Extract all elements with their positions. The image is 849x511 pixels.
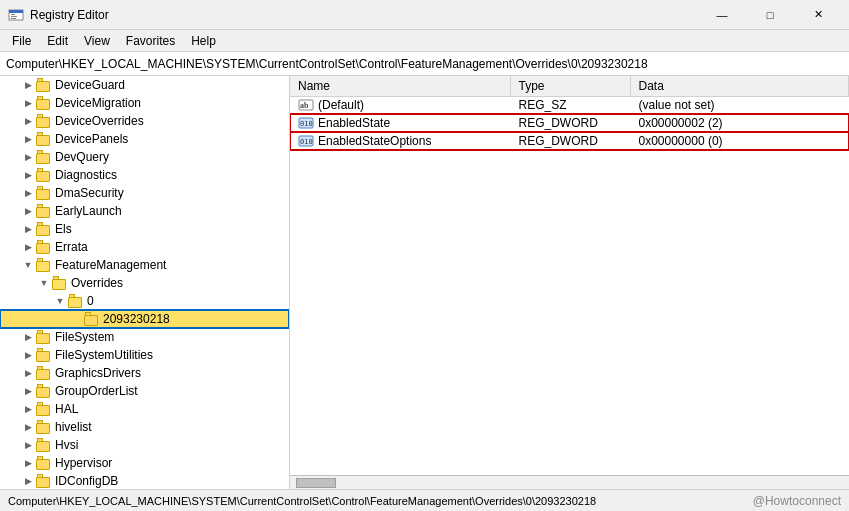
tree-label-dmasecurity: DmaSecurity bbox=[55, 186, 124, 200]
menu-edit[interactable]: Edit bbox=[39, 32, 76, 50]
window-controls: — □ ✕ bbox=[699, 0, 841, 30]
tree-item-devquery[interactable]: ▶ DevQuery bbox=[0, 148, 289, 166]
expander-diagnostics[interactable]: ▶ bbox=[20, 167, 36, 183]
right-pane-hscroll-thumb[interactable] bbox=[296, 478, 336, 488]
tree-item-deviceoverrides[interactable]: ▶ DeviceOverrides bbox=[0, 112, 289, 130]
address-path: Computer\HKEY_LOCAL_MACHINE\SYSTEM\Curre… bbox=[6, 57, 648, 71]
dword-icon-enabledstateoptions: 010 bbox=[298, 134, 314, 148]
tree-item-diagnostics[interactable]: ▶ Diagnostics bbox=[0, 166, 289, 184]
status-bar: Computer\HKEY_LOCAL_MACHINE\SYSTEM\Curre… bbox=[0, 489, 849, 511]
tree-item-graphicsdrivers[interactable]: ▶ GraphicsDrivers bbox=[0, 364, 289, 382]
folder-icon-zero bbox=[68, 294, 84, 308]
tree-item-dmasecurity[interactable]: ▶ DmaSecurity bbox=[0, 184, 289, 202]
expander-devquery[interactable]: ▶ bbox=[20, 149, 36, 165]
tree-item-hivelist[interactable]: ▶ hivelist bbox=[0, 418, 289, 436]
tree-item-overrides[interactable]: ▼ Overrides bbox=[0, 274, 289, 292]
address-bar: Computer\HKEY_LOCAL_MACHINE\SYSTEM\Curre… bbox=[0, 52, 849, 76]
tree-pane: ▶ DeviceGuard ▶ DeviceMigration ▶ Device… bbox=[0, 76, 290, 489]
status-path: Computer\HKEY_LOCAL_MACHINE\SYSTEM\Curre… bbox=[8, 495, 596, 507]
folder-icon-grouporderlist bbox=[36, 384, 52, 398]
expander-hivelist[interactable]: ▶ bbox=[20, 419, 36, 435]
tree-item-grouporderlist[interactable]: ▶ GroupOrderList bbox=[0, 382, 289, 400]
tree-label-featuremanagement: FeatureManagement bbox=[55, 258, 166, 272]
tree-label-2093230218: 2093230218 bbox=[103, 312, 170, 326]
col-name[interactable]: Name bbox=[290, 76, 510, 96]
tree-label-devicemigration: DeviceMigration bbox=[55, 96, 141, 110]
folder-icon-hvsi bbox=[36, 438, 52, 452]
expander-hypervisor[interactable]: ▶ bbox=[20, 455, 36, 471]
expander-hal[interactable]: ▶ bbox=[20, 401, 36, 417]
expander-idconfigdb[interactable]: ▶ bbox=[20, 473, 36, 489]
svg-rect-2 bbox=[11, 14, 15, 15]
right-pane-scroll[interactable]: Name Type Data ab (Default) bbox=[290, 76, 849, 475]
menu-view[interactable]: View bbox=[76, 32, 118, 50]
tree-item-hypervisor[interactable]: ▶ Hypervisor bbox=[0, 454, 289, 472]
tree-item-hvsi[interactable]: ▶ Hvsi bbox=[0, 436, 289, 454]
expander-filesystem[interactable]: ▶ bbox=[20, 329, 36, 345]
col-data[interactable]: Data bbox=[630, 76, 849, 96]
menu-file[interactable]: File bbox=[4, 32, 39, 50]
folder-icon-filesystemutilities bbox=[36, 348, 52, 362]
expander-hvsi[interactable]: ▶ bbox=[20, 437, 36, 453]
folder-icon-dmasecurity bbox=[36, 186, 52, 200]
tree-label-idconfigdb: IDConfigDB bbox=[55, 474, 118, 488]
folder-icon-devicepanels bbox=[36, 132, 52, 146]
tree-item-idconfigdb[interactable]: ▶ IDConfigDB bbox=[0, 472, 289, 489]
maximize-button[interactable]: □ bbox=[747, 0, 793, 30]
table-row-enabledstate[interactable]: 010 EnabledState REG_DWORD 0x00000002 (2… bbox=[290, 114, 849, 132]
tree-item-zero[interactable]: ▼ 0 bbox=[0, 292, 289, 310]
expander-dmasecurity[interactable]: ▶ bbox=[20, 185, 36, 201]
tree-item-filesystem[interactable]: ▶ FileSystem bbox=[0, 328, 289, 346]
expander-els[interactable]: ▶ bbox=[20, 221, 36, 237]
expander-earlylaunch[interactable]: ▶ bbox=[20, 203, 36, 219]
tree-item-devicemigration[interactable]: ▶ DeviceMigration bbox=[0, 94, 289, 112]
folder-icon-2093230218 bbox=[84, 312, 100, 326]
folder-icon-devquery bbox=[36, 150, 52, 164]
tree-item-hal[interactable]: ▶ HAL bbox=[0, 400, 289, 418]
tree-label-deviceguard: DeviceGuard bbox=[55, 78, 125, 92]
tree-label-errata: Errata bbox=[55, 240, 88, 254]
expander-featuremanagement[interactable]: ▼ bbox=[20, 257, 36, 273]
right-pane-hscroll[interactable] bbox=[290, 475, 849, 489]
expander-grouporderlist[interactable]: ▶ bbox=[20, 383, 36, 399]
folder-icon-filesystem bbox=[36, 330, 52, 344]
table-row-enabledstateoptions[interactable]: 010 EnabledStateOptions REG_DWORD 0x0000… bbox=[290, 132, 849, 150]
expander-overrides[interactable]: ▼ bbox=[36, 275, 52, 291]
expander-filesystemutilities[interactable]: ▶ bbox=[20, 347, 36, 363]
tree-item-2093230218[interactable]: ▶ 2093230218 bbox=[0, 310, 289, 328]
table-row-default[interactable]: ab (Default) REG_SZ (value not set) bbox=[290, 96, 849, 114]
svg-text:010: 010 bbox=[300, 120, 313, 128]
tree-item-featuremanagement[interactable]: ▼ FeatureManagement bbox=[0, 256, 289, 274]
tree-label-overrides: Overrides bbox=[71, 276, 123, 290]
tree-label-grouporderlist: GroupOrderList bbox=[55, 384, 138, 398]
minimize-button[interactable]: — bbox=[699, 0, 745, 30]
tree-label-hivelist: hivelist bbox=[55, 420, 92, 434]
expander-deviceguard[interactable]: ▶ bbox=[20, 77, 36, 93]
cell-data-default: (value not set) bbox=[630, 96, 849, 114]
expander-zero[interactable]: ▼ bbox=[52, 293, 68, 309]
svg-text:010: 010 bbox=[300, 138, 313, 146]
col-type[interactable]: Type bbox=[510, 76, 630, 96]
tree-item-deviceguard[interactable]: ▶ DeviceGuard bbox=[0, 76, 289, 94]
tree-item-errata[interactable]: ▶ Errata bbox=[0, 238, 289, 256]
expander-errata[interactable]: ▶ bbox=[20, 239, 36, 255]
tree-label-devquery: DevQuery bbox=[55, 150, 109, 164]
tree-item-devicepanels[interactable]: ▶ DevicePanels bbox=[0, 130, 289, 148]
expander-graphicsdrivers[interactable]: ▶ bbox=[20, 365, 36, 381]
tree-item-els[interactable]: ▶ Els bbox=[0, 220, 289, 238]
svg-rect-4 bbox=[11, 18, 16, 19]
folder-icon-errata bbox=[36, 240, 52, 254]
name-enabledstateoptions: EnabledStateOptions bbox=[318, 134, 431, 148]
close-button[interactable]: ✕ bbox=[795, 0, 841, 30]
folder-icon-diagnostics bbox=[36, 168, 52, 182]
expander-deviceoverrides[interactable]: ▶ bbox=[20, 113, 36, 129]
cell-type-enabledstate: REG_DWORD bbox=[510, 114, 630, 132]
tree-item-filesystemutilities[interactable]: ▶ FileSystemUtilities bbox=[0, 346, 289, 364]
menu-help[interactable]: Help bbox=[183, 32, 224, 50]
cell-name-default: ab (Default) bbox=[290, 96, 510, 114]
tree-item-earlylaunch[interactable]: ▶ EarlyLaunch bbox=[0, 202, 289, 220]
menu-favorites[interactable]: Favorites bbox=[118, 32, 183, 50]
expander-devicemigration[interactable]: ▶ bbox=[20, 95, 36, 111]
expander-devicepanels[interactable]: ▶ bbox=[20, 131, 36, 147]
tree-scroll[interactable]: ▶ DeviceGuard ▶ DeviceMigration ▶ Device… bbox=[0, 76, 289, 489]
